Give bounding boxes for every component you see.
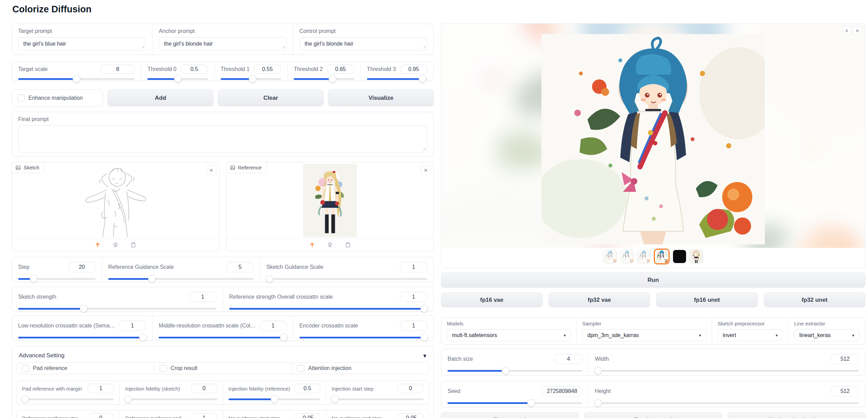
pad-reference-margin-input[interactable]	[88, 384, 114, 393]
reference-guidance-scale-slider[interactable]	[108, 275, 254, 278]
sketch-strength-input[interactable]	[189, 292, 217, 302]
slider-handle[interactable]	[419, 75, 426, 83]
no-guidance-start-step-input[interactable]	[294, 413, 320, 418]
slider-handle[interactable]	[30, 275, 37, 283]
sampler-dropdown[interactable]: dpm_3m_sde_karras ▾	[582, 329, 706, 341]
slider-handle[interactable]	[502, 367, 509, 374]
injection-start-step-input[interactable]	[398, 384, 424, 393]
gallery-thumbnail-1[interactable]	[603, 250, 617, 263]
target-scale-input[interactable]	[100, 64, 135, 74]
threshold-1-input[interactable]	[254, 64, 281, 74]
triangle-down-icon[interactable]: ▼	[422, 353, 427, 359]
visualize-button[interactable]: Visualize	[328, 89, 434, 106]
batch-size-slider[interactable]	[448, 367, 582, 371]
height-input[interactable]	[831, 386, 859, 396]
slider-handle[interactable]	[21, 395, 29, 403]
fp32-unet-button[interactable]: fp32 unet	[764, 292, 865, 307]
slider-handle[interactable]	[124, 395, 132, 403]
width-slider[interactable]	[595, 367, 859, 371]
slider-handle[interactable]	[139, 334, 147, 341]
slider-handle[interactable]	[594, 399, 602, 407]
advanced-settings-header[interactable]: Advanced Setting ▼	[16, 350, 429, 360]
clipboard-icon[interactable]	[130, 242, 136, 248]
mid-res-crossattn-slider[interactable]	[159, 334, 286, 336]
encoder-crossattn-slider[interactable]	[299, 334, 427, 336]
gallery-thumbnail-3[interactable]	[637, 250, 651, 263]
random-seed-button[interactable]: Random seed	[584, 412, 722, 418]
slider-handle[interactable]	[80, 305, 87, 312]
threshold-2-input[interactable]	[327, 64, 354, 74]
no-guidance-end-step-input[interactable]	[398, 413, 424, 418]
line-extractor-dropdown[interactable]: lineart_keras ▾	[794, 329, 859, 341]
reference-strength-slider[interactable]	[229, 305, 428, 307]
sketch-guidance-scale-input[interactable]	[400, 262, 427, 272]
clear-button[interactable]: Clear	[218, 89, 324, 106]
target-prompt-input[interactable]: the girl's blue hair	[18, 37, 146, 50]
injection-fidelity-reference-slider[interactable]	[229, 395, 320, 401]
reference-guidance-end-step-input[interactable]	[191, 413, 217, 418]
slider-handle[interactable]	[249, 75, 256, 83]
seed-slider[interactable]	[448, 399, 582, 403]
sketch-guidance-scale-slider[interactable]	[266, 275, 427, 278]
pad-reference-toggle[interactable]: Pad reference	[16, 363, 154, 374]
crop-result-checkbox[interactable]	[160, 365, 167, 372]
enhance-manipulation-checkbox[interactable]	[17, 94, 25, 101]
sketch-preprocessor-dropdown[interactable]: invert ▾	[718, 329, 783, 341]
reuse-seed-button[interactable]: Reuse seed	[441, 412, 579, 418]
enhance-manipulation-toggle[interactable]: Enhance manipulation	[12, 89, 103, 106]
fp16-unet-button[interactable]: fp16 unet	[656, 292, 758, 307]
update-checkpoints-button[interactable]: Update checkpoints	[728, 412, 865, 418]
threshold-2-slider[interactable]	[294, 75, 354, 77]
webcam-icon[interactable]	[327, 242, 333, 248]
height-slider[interactable]	[595, 399, 859, 403]
slider-handle[interactable]	[148, 275, 156, 283]
slider-handle[interactable]	[329, 75, 336, 83]
threshold-0-slider[interactable]	[147, 75, 208, 77]
fp32-vae-button[interactable]: fp32 vae	[549, 292, 650, 307]
result-image[interactable]	[541, 34, 765, 244]
slider-handle[interactable]	[420, 334, 428, 341]
add-button[interactable]: Add	[108, 89, 213, 106]
pad-reference-margin-slider[interactable]	[22, 395, 114, 401]
reference-guidance-scale-input[interactable]	[226, 262, 254, 272]
injection-start-step-slider[interactable]	[332, 395, 424, 401]
upload-arrow-icon[interactable]	[95, 242, 101, 248]
run-button[interactable]: Run	[441, 273, 865, 288]
low-res-crossattn-slider[interactable]	[18, 334, 146, 336]
gallery-thumbnail-2[interactable]	[620, 250, 634, 263]
threshold-1-slider[interactable]	[221, 75, 281, 77]
step-input[interactable]	[68, 262, 96, 272]
sketch-strength-slider[interactable]	[18, 305, 217, 307]
slider-handle[interactable]	[331, 395, 339, 403]
upload-arrow-icon[interactable]	[309, 242, 315, 248]
attention-injection-toggle[interactable]: Attention injection	[291, 363, 429, 374]
batch-size-input[interactable]	[555, 354, 582, 364]
sketch-image[interactable]	[12, 162, 219, 239]
injection-fidelity-sketch-slider[interactable]	[125, 395, 217, 401]
encoder-crossattn-input[interactable]	[400, 321, 427, 331]
reference-strength-input[interactable]	[400, 292, 427, 302]
slider-handle[interactable]	[280, 334, 288, 341]
slider-handle[interactable]	[594, 367, 602, 374]
gallery-thumbnail-5[interactable]	[673, 250, 686, 263]
width-input[interactable]	[831, 354, 859, 364]
injection-fidelity-sketch-input[interactable]	[191, 384, 217, 393]
pad-reference-checkbox[interactable]	[22, 365, 29, 372]
webcam-icon[interactable]	[112, 242, 119, 248]
step-slider[interactable]	[18, 275, 96, 278]
slider-handle[interactable]	[174, 75, 182, 83]
threshold-3-input[interactable]	[400, 64, 427, 74]
sketch-clear-button[interactable]	[206, 165, 217, 175]
injection-fidelity-reference-input[interactable]	[294, 384, 320, 393]
attention-injection-checkbox[interactable]	[297, 365, 304, 372]
slider-handle[interactable]	[527, 399, 535, 407]
fp16-vae-button[interactable]: fp16 vae	[441, 292, 542, 307]
models-dropdown[interactable]: mult-ft.safetensors ▾	[447, 329, 571, 341]
reference-image[interactable]	[227, 162, 434, 239]
gallery-thumbnail-4-selected[interactable]	[654, 249, 670, 264]
anchor-prompt-input[interactable]: the girl's blonde hair	[159, 37, 286, 50]
slider-handle[interactable]	[420, 305, 428, 312]
threshold-3-slider[interactable]	[367, 75, 427, 77]
slider-handle[interactable]	[271, 395, 278, 403]
low-res-crossattn-input[interactable]	[119, 321, 146, 331]
